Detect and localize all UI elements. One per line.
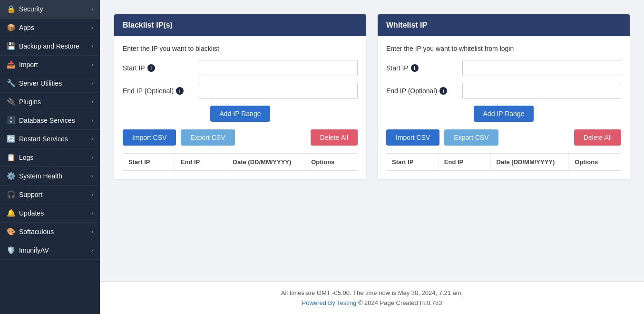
sidebar-chevron-import: › bbox=[91, 61, 93, 68]
sidebar-item-left-logs: 📋 Logs bbox=[7, 153, 33, 162]
whitelist-import-csv-button[interactable]: Import CSV bbox=[386, 129, 439, 146]
blacklist-end-ip-info-icon[interactable]: i bbox=[176, 87, 184, 95]
sidebar-item-support[interactable]: 🎧 Support › bbox=[0, 186, 100, 204]
main-content: Blacklist IP(s) Enter the IP you want to… bbox=[100, 0, 644, 314]
sidebar-item-imunifyav[interactable]: 🛡️ ImunifyAV › bbox=[0, 241, 100, 260]
blacklist-add-ip-range-button[interactable]: Add IP Range bbox=[210, 106, 271, 122]
whitelist-end-ip-input[interactable] bbox=[462, 83, 621, 99]
blacklist-card: Blacklist IP(s) Enter the IP you want to… bbox=[114, 14, 366, 179]
sidebar-item-import[interactable]: 📥 Import › bbox=[0, 56, 100, 74]
cards-row: Blacklist IP(s) Enter the IP you want to… bbox=[114, 14, 630, 179]
sidebar-label-apps: Apps bbox=[19, 24, 34, 31]
whitelist-col-date: Date (DD/MM/YYYY) bbox=[491, 154, 569, 170]
sidebar-icon-backup-restore: 💾 bbox=[7, 42, 15, 50]
sidebar-chevron-support: › bbox=[91, 191, 93, 198]
blacklist-table-header: Start IP End IP Date (DD/MM/YYYY) Option… bbox=[123, 153, 358, 171]
whitelist-start-ip-input[interactable] bbox=[462, 60, 621, 76]
sidebar-item-left-server-utilities: 🔧 Server Utilities bbox=[7, 79, 62, 88]
sidebar-icon-restart-services: 🔄 bbox=[7, 135, 15, 143]
blacklist-col-start-ip: Start IP bbox=[123, 154, 175, 170]
sidebar-label-system-health: System Health bbox=[19, 172, 62, 180]
sidebar-item-server-utilities[interactable]: 🔧 Server Utilities › bbox=[0, 74, 100, 93]
whitelist-description: Enter the IP you want to whitelist from … bbox=[386, 45, 621, 52]
blacklist-delete-all-button[interactable]: Delete All bbox=[311, 129, 358, 146]
whitelist-start-ip-info-icon[interactable]: i bbox=[411, 64, 419, 72]
blacklist-description: Enter the IP you want to blacklist bbox=[123, 45, 358, 52]
blacklist-col-date: Date (DD/MM/YYYY) bbox=[227, 154, 306, 170]
footer-timezone: All times are GMT -05:00. The time now i… bbox=[107, 289, 636, 296]
sidebar-label-import: Import bbox=[19, 61, 38, 69]
sidebar-item-left-system-health: ⚙️ System Health bbox=[7, 172, 62, 180]
blacklist-col-end-ip: End IP bbox=[175, 154, 227, 170]
whitelist-end-ip-info-icon[interactable]: i bbox=[439, 87, 447, 95]
sidebar-item-updates[interactable]: 🔔 Updates › bbox=[0, 204, 100, 223]
sidebar-item-apps[interactable]: 📦 Apps › bbox=[0, 19, 100, 37]
sidebar-item-security[interactable]: 🔒 Security › bbox=[0, 0, 100, 19]
sidebar-chevron-security: › bbox=[91, 6, 93, 12]
sidebar-item-database-services[interactable]: 🗄️ Database Services › bbox=[0, 111, 100, 130]
blacklist-card-body: Enter the IP you want to blacklist Start… bbox=[114, 36, 366, 179]
whitelist-add-ip-row: Add IP Range bbox=[386, 106, 621, 122]
whitelist-title: Whitelist IP bbox=[386, 21, 427, 29]
blacklist-end-ip-label: End IP (Optional) i bbox=[123, 87, 194, 95]
blacklist-title: Blacklist IP(s) bbox=[123, 21, 173, 29]
sidebar-chevron-softaculous: › bbox=[91, 228, 93, 235]
sidebar-chevron-apps: › bbox=[91, 24, 93, 31]
whitelist-table-header: Start IP End IP Date (DD/MM/YYYY) Option… bbox=[386, 153, 621, 171]
sidebar-chevron-plugins: › bbox=[91, 98, 93, 105]
blacklist-end-ip-input[interactable] bbox=[199, 83, 358, 99]
whitelist-add-ip-range-button[interactable]: Add IP Range bbox=[474, 106, 534, 122]
sidebar-label-database-services: Database Services bbox=[19, 117, 75, 124]
sidebar-item-system-health[interactable]: ⚙️ System Health › bbox=[0, 167, 100, 186]
blacklist-import-csv-button[interactable]: Import CSV bbox=[123, 129, 176, 146]
sidebar-chevron-imunifyav: › bbox=[91, 247, 93, 254]
sidebar-item-left-backup-restore: 💾 Backup and Restore bbox=[7, 42, 79, 50]
whitelist-col-options: Options bbox=[569, 154, 621, 170]
sidebar-item-left-softaculous: 🎨 Softaculous bbox=[7, 227, 54, 236]
sidebar-item-left-security: 🔒 Security bbox=[7, 5, 43, 13]
sidebar-item-left-database-services: 🗄️ Database Services bbox=[7, 116, 75, 125]
sidebar-icon-imunifyav: 🛡️ bbox=[7, 246, 15, 255]
blacklist-col-options: Options bbox=[305, 154, 358, 170]
blacklist-card-header: Blacklist IP(s) bbox=[114, 14, 366, 36]
sidebar-label-support: Support bbox=[19, 191, 42, 198]
sidebar-item-backup-restore[interactable]: 💾 Backup and Restore › bbox=[0, 37, 100, 56]
blacklist-start-ip-info-icon[interactable]: i bbox=[147, 64, 155, 72]
sidebar-label-softaculous: Softaculous bbox=[19, 228, 54, 236]
powered-by-link[interactable]: Powered By Testing bbox=[302, 299, 357, 306]
blacklist-add-ip-row: Add IP Range bbox=[123, 106, 358, 122]
sidebar-item-logs[interactable]: 📋 Logs › bbox=[0, 148, 100, 167]
footer-copyright: © 2024 Page Created In:0.783 bbox=[358, 299, 442, 306]
sidebar-chevron-server-utilities: › bbox=[91, 80, 93, 87]
sidebar-icon-logs: 📋 bbox=[7, 153, 15, 162]
whitelist-start-ip-row: Start IP i bbox=[386, 60, 621, 76]
blacklist-start-ip-input[interactable] bbox=[199, 60, 358, 76]
whitelist-action-row: Import CSV Export CSV Delete All bbox=[386, 129, 621, 146]
sidebar-item-restart-services[interactable]: 🔄 Restart Services › bbox=[0, 130, 100, 148]
sidebar: 🔒 Security › 📦 Apps › 💾 Backup and Resto… bbox=[0, 0, 100, 314]
sidebar-item-left-import: 📥 Import bbox=[7, 60, 38, 69]
sidebar-icon-softaculous: 🎨 bbox=[7, 227, 15, 236]
sidebar-item-left-apps: 📦 Apps bbox=[7, 23, 34, 32]
sidebar-icon-system-health: ⚙️ bbox=[7, 172, 15, 180]
sidebar-item-softaculous[interactable]: 🎨 Softaculous › bbox=[0, 223, 100, 241]
sidebar-item-plugins[interactable]: 🔌 Plugins › bbox=[0, 93, 100, 111]
sidebar-item-left-imunifyav: 🛡️ ImunifyAV bbox=[7, 246, 49, 255]
footer-powered-by: Powered By Testing © 2024 Page Created I… bbox=[107, 299, 636, 306]
blacklist-export-csv-button[interactable]: Export CSV bbox=[181, 129, 234, 146]
sidebar-label-plugins: Plugins bbox=[19, 98, 41, 106]
whitelist-delete-all-button[interactable]: Delete All bbox=[574, 129, 621, 146]
whitelist-col-start-ip: Start IP bbox=[386, 154, 439, 170]
sidebar-label-backup-restore: Backup and Restore bbox=[19, 42, 79, 50]
sidebar-label-server-utilities: Server Utilities bbox=[19, 79, 62, 87]
footer: All times are GMT -05:00. The time now i… bbox=[100, 281, 644, 314]
sidebar-icon-security: 🔒 bbox=[7, 5, 15, 13]
sidebar-label-imunifyav: ImunifyAV bbox=[19, 246, 49, 254]
sidebar-chevron-system-health: › bbox=[91, 173, 93, 179]
whitelist-export-csv-button[interactable]: Export CSV bbox=[444, 129, 498, 146]
sidebar-item-left-support: 🎧 Support bbox=[7, 190, 42, 199]
sidebar-label-restart-services: Restart Services bbox=[19, 135, 68, 143]
whitelist-end-ip-label: End IP (Optional) i bbox=[386, 87, 458, 95]
sidebar-icon-support: 🎧 bbox=[7, 190, 15, 199]
whitelist-card-header: Whitelist IP bbox=[378, 14, 630, 36]
